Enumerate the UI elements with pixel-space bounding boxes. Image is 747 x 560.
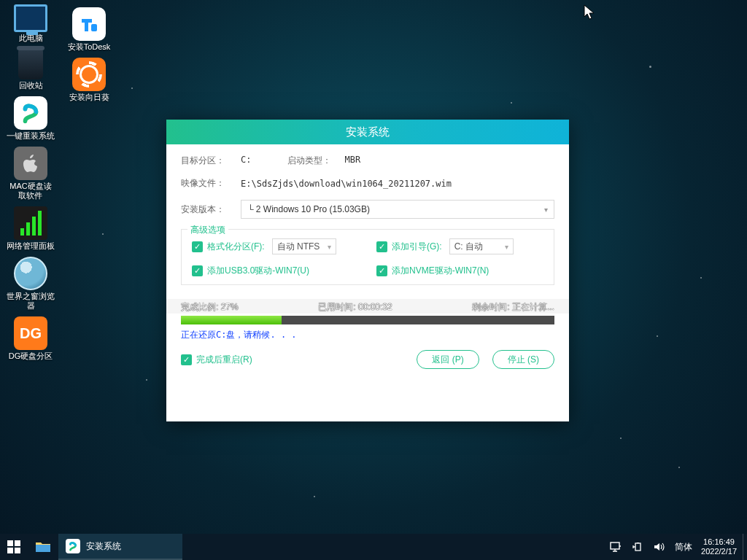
desktop-icon-label: MAC硬盘读 取软件 <box>9 182 51 201</box>
window-title[interactable]: 安装系统 <box>166 120 569 144</box>
svg-rect-4 <box>15 548 20 553</box>
desktop-icon-todesk[interactable]: 安装ToDesk <box>63 7 115 52</box>
desktop-icons: 此电脑 回收站 一键重装系统 MAC硬盘读 取软件 网络管理面板 世界之窗浏览 … <box>3 3 127 365</box>
file-explorer-button[interactable] <box>28 534 58 560</box>
add-boot-label: 添加引导(G): <box>392 241 442 253</box>
restart-after-label: 完成后重启(R) <box>196 354 252 366</box>
boot-type-label: 启动类型： <box>287 155 331 167</box>
progress-percent: 完成比例: 27% <box>181 301 239 314</box>
todesk-icon <box>72 7 106 41</box>
progress-elapsed: 已用时间: 00:00:32 <box>318 301 392 314</box>
svg-rect-5 <box>36 545 50 552</box>
monitor-icon <box>14 4 47 32</box>
trash-icon <box>18 49 43 79</box>
desktop-icon-label: 回收站 <box>19 81 43 90</box>
svg-rect-1 <box>7 540 13 546</box>
desktop-icon-label: 安装ToDesk <box>68 42 111 52</box>
image-file-value: E:\SdsZjds\download\win1064_20211207.wim <box>241 179 554 189</box>
nvme-driver-option[interactable]: ✓ 添加NVME驱动-WIN7(N) <box>376 265 543 277</box>
desktop-icon-browser[interactable]: 世界之窗浏览 器 <box>4 257 57 311</box>
svg-rect-8 <box>637 542 639 543</box>
svg-rect-6 <box>611 542 619 549</box>
install-version-value: └ 2 Windows 10 Pro (15.03GB) <box>247 204 370 214</box>
format-partition-select[interactable]: 自动 NTFS ▾ <box>272 238 336 254</box>
add-boot-select[interactable]: C: 自动 ▾ <box>449 238 514 254</box>
checkbox-checked-icon: ✓ <box>181 354 192 365</box>
progress-bar-fill <box>181 316 282 324</box>
svg-rect-0 <box>91 24 97 31</box>
restart-after-option[interactable]: ✓ 完成后重启(R) <box>181 354 252 366</box>
add-boot-value: C: 自动 <box>454 241 483 253</box>
checkbox-checked-icon: ✓ <box>192 241 203 252</box>
desktop-icon-label: DG硬盘分区 <box>9 351 53 361</box>
boot-type-value: MBR <box>344 155 360 167</box>
format-partition-value: 自动 NTFS <box>277 241 320 253</box>
nvme-driver-label: 添加NVME驱动-WIN7(N) <box>392 265 489 277</box>
target-partition-value: C: <box>241 155 251 167</box>
format-partition-option[interactable]: ✓ 格式化分区(F): 自动 NTFS ▾ <box>192 238 359 254</box>
globe-icon <box>14 257 47 290</box>
format-partition-label: 格式化分区(F): <box>207 241 265 253</box>
mouse-cursor <box>584 4 595 24</box>
usb3-driver-label: 添加USB3.0驱动-WIN7(U) <box>207 265 309 277</box>
desktop-icon-dg-partition[interactable]: DG DG硬盘分区 <box>4 316 57 361</box>
usb3-driver-option[interactable]: ✓ 添加USB3.0驱动-WIN7(U) <box>192 265 359 277</box>
desktop-icon-sunflower[interactable]: 安装向日葵 <box>63 58 115 102</box>
desktop-icon-label: 安装向日葵 <box>69 93 109 102</box>
progress-remaining: 剩余时间: 正在计算... <box>472 301 554 314</box>
taskbar-task-installer[interactable]: 安装系统 <box>58 534 182 560</box>
tray-battery-icon[interactable] <box>627 534 649 560</box>
svg-rect-2 <box>15 540 20 546</box>
tray-date: 2022/2/17 <box>701 547 737 556</box>
dg-icon: DG <box>14 316 47 350</box>
image-file-label: 映像文件： <box>181 177 241 190</box>
advanced-options-group: 高级选项 ✓ 格式化分区(F): 自动 NTFS ▾ ✓ 添加引导(G): C:… <box>181 229 554 285</box>
desktop-icon-mac-disk[interactable]: MAC硬盘读 取软件 <box>4 147 57 201</box>
tray-ime[interactable]: 简体 <box>670 541 697 553</box>
reinstall-icon <box>14 96 47 130</box>
start-button[interactable] <box>0 534 28 560</box>
checkbox-checked-icon: ✓ <box>192 265 203 276</box>
desktop-icon-recycle-bin[interactable]: 回收站 <box>4 49 57 90</box>
installer-window: 安装系统 目标分区： C: 启动类型： MBR 映像文件： E:\SdsZjds… <box>166 120 569 421</box>
install-version-select[interactable]: └ 2 Windows 10 Pro (15.03GB) ▾ <box>241 200 554 219</box>
tray-network-icon[interactable] <box>605 534 627 560</box>
svg-rect-7 <box>635 543 640 551</box>
add-boot-option[interactable]: ✓ 添加引导(G): C: 自动 ▾ <box>376 238 543 254</box>
taskbar: 安装系统 简体 16:16:49 2022/2/17 <box>0 534 747 560</box>
tray-clock[interactable]: 16:16:49 2022/2/17 <box>697 537 743 556</box>
desktop-icon-this-pc[interactable]: 此电脑 <box>4 4 57 43</box>
install-version-label: 安装版本： <box>181 203 241 216</box>
chevron-down-icon: ▾ <box>544 206 548 214</box>
desktop-icon-label: 网络管理面板 <box>7 241 55 251</box>
taskbar-task-label: 安装系统 <box>86 540 121 553</box>
apple-icon <box>14 147 47 180</box>
show-desktop-button[interactable] <box>743 534 747 560</box>
bars-icon <box>14 206 47 240</box>
sunflower-icon <box>72 58 106 91</box>
advanced-options-legend: 高级选项 <box>187 224 228 236</box>
chevron-down-icon: ▾ <box>328 243 331 251</box>
desktop-icon-label: 一键重装系统 <box>7 131 55 141</box>
svg-rect-3 <box>7 548 13 553</box>
tray-volume-icon[interactable] <box>649 534 670 560</box>
installer-task-icon <box>66 539 80 553</box>
stop-button[interactable]: 停止 (S) <box>492 350 554 369</box>
chevron-down-icon: ▾ <box>505 243 508 251</box>
checkbox-checked-icon: ✓ <box>376 241 387 252</box>
progress-section: 完成比例: 27% 已用时间: 00:00:32 剩余时间: 正在计算... 正… <box>181 301 554 341</box>
back-button[interactable]: 返回 (P) <box>417 350 479 369</box>
restore-status-text: 正在还原C:盘，请稍候. . . <box>181 329 554 341</box>
target-partition-label: 目标分区： <box>181 155 241 167</box>
desktop-icon-label: 世界之窗浏览 器 <box>7 292 55 311</box>
progress-bar <box>181 316 554 324</box>
tray-time: 16:16:49 <box>701 537 737 547</box>
system-tray: 简体 16:16:49 2022/2/17 <box>605 534 747 560</box>
desktop-icon-network-panel[interactable]: 网络管理面板 <box>4 206 57 251</box>
desktop-icon-reinstall[interactable]: 一键重装系统 <box>4 96 57 141</box>
checkbox-checked-icon: ✓ <box>376 265 387 276</box>
